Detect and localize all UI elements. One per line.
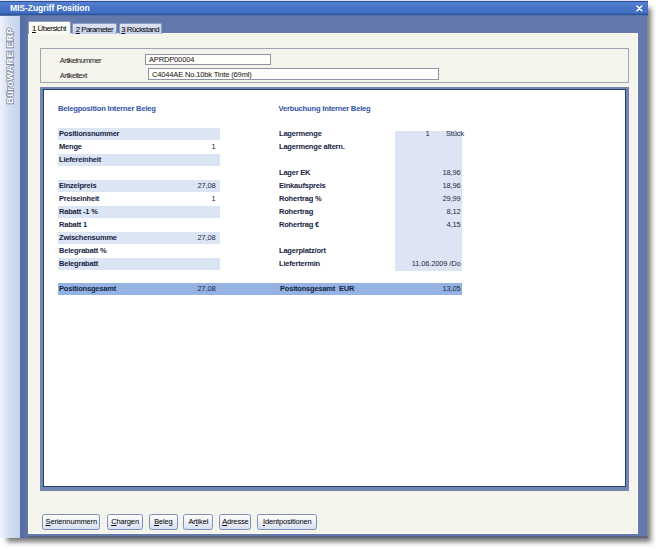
svg-text:BüroWARE ERP: BüroWARE ERP — [4, 27, 15, 104]
